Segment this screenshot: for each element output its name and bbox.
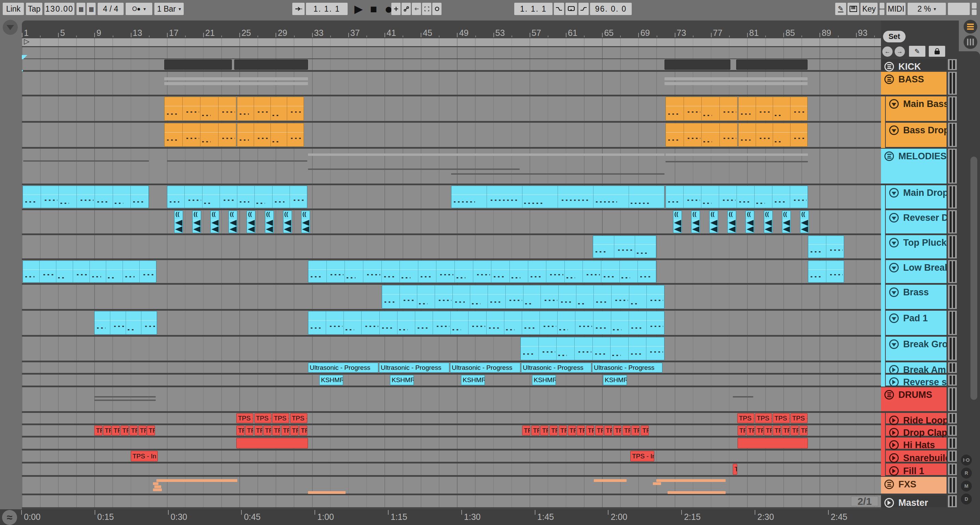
audio-clip[interactable]: ((: [247, 211, 255, 233]
loop-length-display[interactable]: 96. 0. 0: [590, 3, 632, 15]
midi-subclip[interactable]: [58, 186, 76, 208]
key-map-button[interactable]: Key: [861, 3, 878, 15]
midi-subclip[interactable]: [593, 236, 614, 258]
midi-subclip[interactable]: [601, 261, 619, 282]
midi-clip[interactable]: [808, 236, 844, 258]
midi-subclip[interactable]: [523, 286, 541, 308]
audio-clip[interactable]: ((: [673, 211, 682, 233]
audio-clip[interactable]: TF: [641, 426, 649, 436]
hamburger-circle-icon[interactable]: [885, 62, 894, 72]
audio-clip[interactable]: KSHMR: [390, 375, 414, 385]
fold-icon[interactable]: [889, 466, 899, 476]
midi-clip[interactable]: [167, 185, 307, 208]
draw-mode-brackets-button[interactable]: [422, 3, 431, 15]
midi-subclip[interactable]: [123, 261, 139, 282]
audio-clip[interactable]: ((: [301, 211, 310, 233]
track-header-break-ambian[interactable]: Break Ambian: [886, 362, 947, 373]
fold-icon[interactable]: [889, 377, 899, 387]
midi-subclip[interactable]: [361, 311, 379, 334]
track-header-snarebuild[interactable]: Snarebuild: [886, 450, 947, 462]
audio-clip[interactable]: TPS -: [255, 413, 272, 423]
lane-drums[interactable]: [22, 387, 881, 411]
audio-clip[interactable]: TF: [738, 426, 746, 436]
reenable-automation-button[interactable]: [412, 3, 421, 15]
midi-subclip[interactable]: [435, 286, 452, 308]
audio-clip[interactable]: TF: [236, 426, 245, 436]
midi-subclip[interactable]: [487, 186, 522, 208]
midi-subclip[interactable]: [541, 286, 558, 308]
audio-clip[interactable]: [736, 59, 808, 70]
track-header-pad1[interactable]: Pad 1: [886, 311, 947, 335]
midi-subclip[interactable]: [558, 286, 576, 308]
midi-clip[interactable]: [237, 97, 304, 121]
midi-subclip[interactable]: [638, 261, 656, 282]
lane-reverse-synt[interactable]: [22, 375, 881, 386]
lane-fxs[interactable]: [22, 477, 881, 493]
audio-clip[interactable]: TF: [282, 426, 290, 436]
midi-subclip[interactable]: [473, 261, 492, 282]
midi-subclip[interactable]: [592, 337, 611, 360]
midi-clip[interactable]: [520, 337, 665, 360]
midi-map-button[interactable]: MIDI: [886, 3, 905, 15]
audio-clip[interactable]: TF: [290, 426, 298, 436]
audio-clip[interactable]: Ultrasonic - Progress: [308, 363, 378, 373]
audio-clip[interactable]: TF: [531, 426, 539, 436]
audio-clip[interactable]: ((: [709, 211, 718, 233]
midi-clip[interactable]: [738, 97, 808, 121]
audio-clip[interactable]: TPS -: [755, 413, 772, 423]
midi-subclip[interactable]: [290, 186, 307, 208]
audio-clip[interactable]: ((: [192, 211, 201, 233]
audio-clip[interactable]: TF: [121, 426, 129, 436]
midi-subclip[interactable]: [629, 286, 647, 308]
midi-subclip[interactable]: [756, 97, 773, 120]
midi-subclip[interactable]: [486, 311, 504, 334]
midi-subclip[interactable]: [455, 261, 473, 282]
midi-subclip[interactable]: [701, 186, 719, 208]
midi-subclip[interactable]: [220, 186, 237, 208]
fold-icon[interactable]: [885, 498, 894, 507]
midi-subclip[interactable]: [538, 337, 557, 360]
midi-clip[interactable]: [665, 123, 738, 147]
midi-subclip[interactable]: [126, 311, 142, 334]
midi-subclip[interactable]: [593, 311, 611, 334]
midi-subclip[interactable]: [635, 236, 656, 258]
midi-subclip[interactable]: [287, 97, 304, 120]
audio-clip[interactable]: Ultrasonic - Progress: [379, 363, 449, 373]
audio-clip[interactable]: TF: [755, 426, 764, 436]
midi-subclip[interactable]: [382, 261, 400, 282]
midi-subclip[interactable]: [808, 261, 826, 282]
midi-subclip[interactable]: [255, 186, 272, 208]
audio-clip[interactable]: ((: [745, 211, 754, 233]
midi-subclip[interactable]: [237, 123, 254, 146]
track-header-break-groove[interactable]: Break Groove: [886, 337, 947, 361]
midi-subclip[interactable]: [218, 123, 236, 146]
group-header-kick[interactable]: KICK: [881, 59, 947, 70]
midi-subclip[interactable]: [772, 186, 790, 208]
midi-subclip[interactable]: [326, 311, 344, 334]
midi-subclip[interactable]: [575, 311, 593, 334]
track-header-bass-drop[interactable]: Bass Drop Lay: [886, 123, 947, 147]
vertical-scrollbar[interactable]: [970, 156, 977, 400]
audio-clip[interactable]: TF: [622, 426, 631, 436]
track-header-main-drop[interactable]: Main Drop Le: [886, 185, 947, 209]
midi-clip[interactable]: [164, 123, 236, 147]
audio-clip[interactable]: ((: [228, 211, 237, 233]
audio-clip[interactable]: [234, 59, 308, 70]
midi-subclip[interactable]: [628, 337, 646, 360]
midi-subclip[interactable]: [593, 186, 628, 208]
midi-subclip[interactable]: [202, 186, 220, 208]
track-header-top-pluck[interactable]: Top Pluck Lay: [886, 235, 947, 259]
midi-subclip[interactable]: [666, 186, 683, 208]
midi-subclip[interactable]: [218, 97, 236, 120]
midi-clip[interactable]: [593, 236, 656, 258]
midi-subclip[interactable]: [702, 97, 719, 120]
audio-clip[interactable]: TPS - In: [630, 451, 654, 461]
cpu-meter[interactable]: 2 % ▾: [908, 3, 946, 15]
midi-subclip[interactable]: [546, 261, 565, 282]
audio-clip[interactable]: [665, 59, 730, 70]
midi-subclip[interactable]: [504, 311, 522, 334]
play-button[interactable]: ▶: [352, 0, 365, 18]
midi-subclip[interactable]: [614, 236, 635, 258]
audio-clip[interactable]: TF: [782, 426, 790, 436]
group-header-bass[interactable]: BASS: [881, 72, 947, 95]
